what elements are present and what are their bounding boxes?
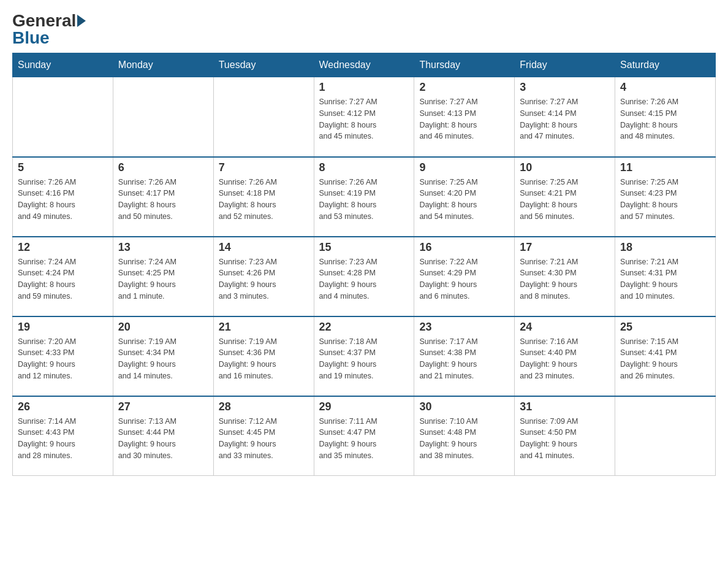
day-number: 31 — [520, 400, 610, 413]
day-info: Sunrise: 7:18 AM Sunset: 4:37 PM Dayligh… — [319, 336, 409, 382]
day-info: Sunrise: 7:12 AM Sunset: 4:45 PM Dayligh… — [219, 416, 309, 462]
calendar-cell: 17Sunrise: 7:21 AM Sunset: 4:30 PM Dayli… — [515, 237, 615, 316]
calendar-cell: 26Sunrise: 7:14 AM Sunset: 4:43 PM Dayli… — [13, 396, 113, 476]
day-info: Sunrise: 7:25 AM Sunset: 4:21 PM Dayligh… — [520, 177, 610, 223]
day-info: Sunrise: 7:19 AM Sunset: 4:34 PM Dayligh… — [118, 336, 208, 382]
day-number: 21 — [219, 321, 309, 334]
day-header-sunday: Sunday — [13, 53, 113, 77]
calendar-table: SundayMondayTuesdayWednesdayThursdayFrid… — [12, 53, 716, 476]
day-info: Sunrise: 7:26 AM Sunset: 4:18 PM Dayligh… — [219, 177, 309, 223]
logo-text-blue: Blue — [12, 28, 50, 47]
day-number: 5 — [18, 161, 108, 174]
calendar-cell: 29Sunrise: 7:11 AM Sunset: 4:47 PM Dayli… — [314, 396, 414, 476]
day-number: 29 — [319, 400, 409, 413]
calendar-cell — [213, 77, 314, 157]
calendar-cell: 23Sunrise: 7:17 AM Sunset: 4:38 PM Dayli… — [414, 316, 515, 396]
calendar-cell — [113, 77, 213, 157]
calendar-week-row: 26Sunrise: 7:14 AM Sunset: 4:43 PM Dayli… — [13, 396, 716, 476]
day-number: 27 — [118, 400, 208, 413]
calendar-cell: 15Sunrise: 7:23 AM Sunset: 4:28 PM Dayli… — [314, 237, 414, 316]
calendar-cell: 11Sunrise: 7:25 AM Sunset: 4:23 PM Dayli… — [615, 157, 716, 237]
day-number: 4 — [620, 81, 710, 94]
calendar-cell: 12Sunrise: 7:24 AM Sunset: 4:24 PM Dayli… — [13, 237, 113, 316]
day-info: Sunrise: 7:14 AM Sunset: 4:43 PM Dayligh… — [18, 416, 108, 462]
calendar-cell: 3Sunrise: 7:27 AM Sunset: 4:14 PM Daylig… — [515, 77, 615, 157]
day-number: 16 — [419, 241, 509, 254]
day-number: 30 — [419, 400, 509, 413]
calendar-cell: 10Sunrise: 7:25 AM Sunset: 4:21 PM Dayli… — [515, 157, 615, 237]
calendar-cell: 16Sunrise: 7:22 AM Sunset: 4:29 PM Dayli… — [414, 237, 515, 316]
day-info: Sunrise: 7:20 AM Sunset: 4:33 PM Dayligh… — [18, 336, 108, 382]
day-info: Sunrise: 7:27 AM Sunset: 4:13 PM Dayligh… — [419, 96, 509, 142]
day-number: 23 — [419, 321, 509, 334]
day-info: Sunrise: 7:09 AM Sunset: 4:50 PM Dayligh… — [520, 416, 610, 462]
day-number: 10 — [520, 161, 610, 174]
calendar-week-row: 1Sunrise: 7:27 AM Sunset: 4:12 PM Daylig… — [13, 77, 716, 157]
day-header-monday: Monday — [113, 53, 213, 77]
day-info: Sunrise: 7:21 AM Sunset: 4:31 PM Dayligh… — [620, 256, 710, 302]
calendar-cell: 5Sunrise: 7:26 AM Sunset: 4:16 PM Daylig… — [13, 157, 113, 237]
day-number: 3 — [520, 81, 610, 94]
day-info: Sunrise: 7:26 AM Sunset: 4:19 PM Dayligh… — [319, 177, 409, 223]
day-info: Sunrise: 7:23 AM Sunset: 4:26 PM Dayligh… — [219, 256, 309, 302]
day-number: 8 — [319, 161, 409, 174]
day-number: 6 — [118, 161, 208, 174]
day-number: 26 — [18, 400, 108, 413]
day-info: Sunrise: 7:25 AM Sunset: 4:23 PM Dayligh… — [620, 177, 710, 223]
calendar-cell: 1Sunrise: 7:27 AM Sunset: 4:12 PM Daylig… — [314, 77, 414, 157]
day-number: 7 — [219, 161, 309, 174]
calendar-cell: 20Sunrise: 7:19 AM Sunset: 4:34 PM Dayli… — [113, 316, 213, 396]
day-number: 15 — [319, 241, 409, 254]
calendar-cell: 6Sunrise: 7:26 AM Sunset: 4:17 PM Daylig… — [113, 157, 213, 237]
calendar-week-row: 19Sunrise: 7:20 AM Sunset: 4:33 PM Dayli… — [13, 316, 716, 396]
calendar-cell — [615, 396, 716, 476]
day-info: Sunrise: 7:17 AM Sunset: 4:38 PM Dayligh… — [419, 336, 509, 382]
calendar-cell: 24Sunrise: 7:16 AM Sunset: 4:40 PM Dayli… — [515, 316, 615, 396]
calendar-header-row: SundayMondayTuesdayWednesdayThursdayFrid… — [13, 53, 716, 77]
calendar-cell: 19Sunrise: 7:20 AM Sunset: 4:33 PM Dayli… — [13, 316, 113, 396]
day-number: 14 — [219, 241, 309, 254]
day-info: Sunrise: 7:10 AM Sunset: 4:48 PM Dayligh… — [419, 416, 509, 462]
calendar-cell: 7Sunrise: 7:26 AM Sunset: 4:18 PM Daylig… — [213, 157, 314, 237]
day-info: Sunrise: 7:11 AM Sunset: 4:47 PM Dayligh… — [319, 416, 409, 462]
calendar-cell: 22Sunrise: 7:18 AM Sunset: 4:37 PM Dayli… — [314, 316, 414, 396]
day-info: Sunrise: 7:27 AM Sunset: 4:14 PM Dayligh… — [520, 96, 610, 142]
day-info: Sunrise: 7:22 AM Sunset: 4:29 PM Dayligh… — [419, 256, 509, 302]
calendar-cell: 30Sunrise: 7:10 AM Sunset: 4:48 PM Dayli… — [414, 396, 515, 476]
day-number: 2 — [419, 81, 509, 94]
day-info: Sunrise: 7:26 AM Sunset: 4:17 PM Dayligh… — [118, 177, 208, 223]
calendar-cell: 4Sunrise: 7:26 AM Sunset: 4:15 PM Daylig… — [615, 77, 716, 157]
day-info: Sunrise: 7:24 AM Sunset: 4:24 PM Dayligh… — [18, 256, 108, 302]
day-number: 17 — [520, 241, 610, 254]
day-info: Sunrise: 7:19 AM Sunset: 4:36 PM Dayligh… — [219, 336, 309, 382]
day-info: Sunrise: 7:15 AM Sunset: 4:41 PM Dayligh… — [620, 336, 710, 382]
day-info: Sunrise: 7:24 AM Sunset: 4:25 PM Dayligh… — [118, 256, 208, 302]
day-header-saturday: Saturday — [615, 53, 716, 77]
day-header-tuesday: Tuesday — [213, 53, 314, 77]
day-number: 11 — [620, 161, 710, 174]
calendar-cell: 25Sunrise: 7:15 AM Sunset: 4:41 PM Dayli… — [615, 316, 716, 396]
day-info: Sunrise: 7:27 AM Sunset: 4:12 PM Dayligh… — [319, 96, 409, 142]
calendar-week-row: 12Sunrise: 7:24 AM Sunset: 4:24 PM Dayli… — [13, 237, 716, 316]
calendar-cell: 2Sunrise: 7:27 AM Sunset: 4:13 PM Daylig… — [414, 77, 515, 157]
day-number: 24 — [520, 321, 610, 334]
calendar-cell: 18Sunrise: 7:21 AM Sunset: 4:31 PM Dayli… — [615, 237, 716, 316]
calendar-cell: 31Sunrise: 7:09 AM Sunset: 4:50 PM Dayli… — [515, 396, 615, 476]
day-info: Sunrise: 7:16 AM Sunset: 4:40 PM Dayligh… — [520, 336, 610, 382]
day-number: 20 — [118, 321, 208, 334]
calendar-cell: 14Sunrise: 7:23 AM Sunset: 4:26 PM Dayli… — [213, 237, 314, 316]
logo-arrow-icon — [77, 15, 86, 27]
day-info: Sunrise: 7:25 AM Sunset: 4:20 PM Dayligh… — [419, 177, 509, 223]
calendar-cell: 28Sunrise: 7:12 AM Sunset: 4:45 PM Dayli… — [213, 396, 314, 476]
day-header-thursday: Thursday — [414, 53, 515, 77]
day-number: 25 — [620, 321, 710, 334]
day-info: Sunrise: 7:13 AM Sunset: 4:44 PM Dayligh… — [118, 416, 208, 462]
logo: General Blue — [12, 12, 87, 47]
day-number: 13 — [118, 241, 208, 254]
calendar-cell: 13Sunrise: 7:24 AM Sunset: 4:25 PM Dayli… — [113, 237, 213, 316]
day-info: Sunrise: 7:23 AM Sunset: 4:28 PM Dayligh… — [319, 256, 409, 302]
day-number: 18 — [620, 241, 710, 254]
calendar-cell — [13, 77, 113, 157]
day-number: 28 — [219, 400, 309, 413]
calendar-cell: 9Sunrise: 7:25 AM Sunset: 4:20 PM Daylig… — [414, 157, 515, 237]
